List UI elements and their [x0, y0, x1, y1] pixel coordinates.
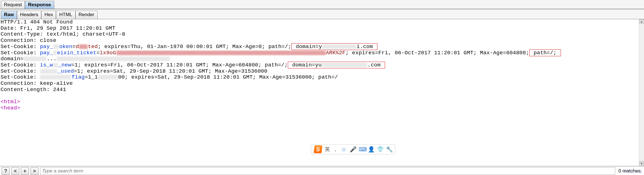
set-cookie-2: Set-Cookie: pay_eixin_ticket=lx9oGARK%2F… [1, 50, 561, 56]
ime-lang[interactable]: 英 [325, 146, 330, 153]
keyboard-icon[interactable]: ⌨ [359, 146, 365, 153]
content-length-header: Content-Length: 2441 [1, 87, 66, 93]
tab-render[interactable]: Render [75, 11, 98, 19]
tab-headers[interactable]: Headers [17, 11, 41, 19]
search-input[interactable] [40, 167, 615, 175]
watermark: 0xbin's blog [623, 169, 642, 173]
tab-hex[interactable]: Hex [41, 11, 56, 19]
sogou-logo-icon[interactable]: S [314, 145, 323, 153]
set-cookie-5: Set-Cookie: flag=1_100; expires=Sat, 29-… [1, 74, 338, 80]
set-cookie-2-domain: domain=... [1, 56, 170, 62]
ime-punct[interactable]: ， [333, 146, 338, 153]
face-icon[interactable]: ☺ [341, 146, 347, 153]
tab-raw[interactable]: Raw [1, 11, 17, 19]
shirt-icon[interactable]: 👕 [377, 146, 383, 153]
top-tab-bar: Request Response [0, 0, 644, 9]
sub-tab-bar: Raw Headers Hex HTML Render [0, 10, 644, 19]
head-open-tag: <head> [1, 105, 20, 111]
tab-response[interactable]: Response [25, 1, 54, 9]
tab-html[interactable]: HTML [56, 11, 75, 19]
mic-icon[interactable]: 🎤 [350, 146, 356, 153]
set-cookie-4: Set-Cookie: _used=1; expires=Sat, 29-Sep… [1, 68, 267, 74]
connection-header-2: Connection: keep-alive [1, 80, 73, 87]
tab-request[interactable]: Request [1, 1, 25, 9]
next-match-button[interactable]: > [31, 167, 38, 175]
date-header: Date: Fri, 29 Sep 2017 11:20:01 GMT [1, 25, 115, 31]
person-icon[interactable]: 👤 [368, 146, 374, 153]
add-button[interactable]: + [21, 167, 29, 175]
set-cookie-3: Set-Cookie: is_w_new=1; expires=Fri, 06-… [1, 62, 385, 68]
wrench-icon[interactable]: 🔧 [386, 146, 392, 153]
prev-match-button[interactable]: < [11, 167, 19, 175]
content-type-header: Content-Type: text/html; charset=UTF-8 [1, 31, 125, 37]
status-line: HTTP/1.1 404 Not Found [1, 19, 73, 25]
connection-header: Connection: close [1, 37, 56, 44]
html-open-tag: <html> [1, 99, 20, 105]
scrollbar[interactable]: ▲ ▼ [639, 19, 644, 166]
scroll-down-icon[interactable]: ▼ [639, 161, 644, 166]
help-button[interactable]: ? [2, 167, 10, 175]
ime-toolbar[interactable]: S 英 ， ☺ 🎤 ⌨ 👤 👕 🔧 [311, 144, 395, 154]
search-bar: ? < + > 0 matches [0, 166, 644, 175]
scroll-up-icon[interactable]: ▲ [639, 19, 644, 24]
set-cookie-1: Set-Cookie: pay_oken=dted; expires=Thu, … [1, 44, 377, 50]
